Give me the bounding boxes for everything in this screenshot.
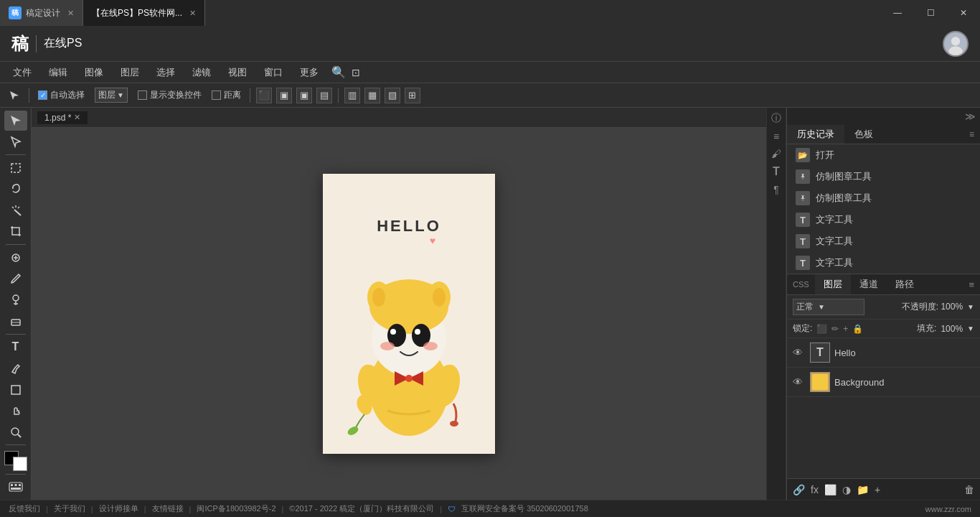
menu-image[interactable]: 图像 bbox=[77, 65, 110, 80]
add-adjustment-icon[interactable]: ◑ bbox=[842, 484, 851, 495]
menu-edit[interactable]: 编辑 bbox=[42, 65, 75, 80]
layers-panel-more[interactable]: ≡ bbox=[963, 276, 980, 293]
tab-layers[interactable]: 图层 bbox=[815, 274, 851, 294]
panel-collapse-bar[interactable]: ≫ bbox=[787, 108, 980, 125]
erase-tool[interactable] bbox=[4, 311, 27, 331]
panel-icon-info[interactable]: ⓘ bbox=[771, 112, 781, 125]
lock-icon-4[interactable]: 🔒 bbox=[852, 324, 863, 334]
keyboard-shortcuts[interactable] bbox=[4, 478, 27, 498]
tab-close-ps[interactable]: ✕ bbox=[189, 9, 196, 18]
tab-channels[interactable]: 通道 bbox=[851, 274, 887, 294]
history-item-stamp1[interactable]: 🖈 仿制图章工具 bbox=[787, 166, 980, 187]
distribute-left-icon[interactable]: ▥ bbox=[344, 88, 360, 103]
blend-mode-select[interactable]: 正常 ▼ bbox=[793, 299, 864, 315]
select-tool[interactable] bbox=[4, 111, 27, 131]
menu-file[interactable]: 文件 bbox=[6, 65, 39, 80]
menu-layer[interactable]: 图层 bbox=[113, 65, 146, 80]
tab-css[interactable]: CSS bbox=[787, 276, 815, 292]
canvas-content[interactable]: HELLO ♥ bbox=[32, 128, 786, 500]
add-mask-icon[interactable]: ⬜ bbox=[824, 484, 837, 495]
status-designer[interactable]: 设计师接单 bbox=[99, 503, 138, 514]
show-transform-toggle[interactable]: 显示变换控件 bbox=[135, 88, 204, 103]
layer-select-control[interactable]: 图层 ▼ bbox=[95, 88, 128, 103]
brush-tool[interactable] bbox=[4, 269, 27, 289]
add-group-icon[interactable]: 📁 bbox=[857, 484, 869, 495]
layer-item-background[interactable]: 👁 Background bbox=[787, 368, 980, 397]
user-avatar[interactable] bbox=[943, 31, 969, 57]
pen-tool[interactable] bbox=[4, 358, 27, 378]
magic-wand-tool[interactable] bbox=[4, 200, 27, 220]
background-color[interactable] bbox=[13, 457, 27, 471]
tab-swatches[interactable]: 色板 bbox=[844, 125, 883, 144]
tab-ps[interactable]: 【在线PS】PS软件网... ✕ bbox=[83, 0, 205, 26]
distance-toggle[interactable]: 距离 bbox=[209, 88, 244, 103]
show-transform-checkbox[interactable] bbox=[138, 90, 147, 100]
toolbox-sep-3 bbox=[6, 334, 26, 335]
status-friends[interactable]: 友情链接 bbox=[152, 503, 184, 514]
add-layer-icon[interactable]: + bbox=[875, 484, 880, 495]
direct-select-tool[interactable] bbox=[4, 132, 27, 152]
crop-tool[interactable] bbox=[4, 221, 27, 241]
lasso-tool[interactable] bbox=[4, 179, 27, 199]
link-layers-icon[interactable]: 🔗 bbox=[793, 484, 805, 495]
align-right-icon[interactable]: ▣ bbox=[296, 88, 312, 103]
history-item-stamp2[interactable]: 🖈 仿制图章工具 bbox=[787, 187, 980, 209]
status-about[interactable]: 关于我们 bbox=[54, 503, 85, 514]
layer-item-hello[interactable]: 👁 T Hello bbox=[787, 338, 980, 368]
auto-select-checkbox[interactable] bbox=[38, 90, 47, 100]
lock-icon-1[interactable]: ⬛ bbox=[816, 324, 827, 334]
tab-history[interactable]: 历史记录 bbox=[787, 125, 844, 144]
menu-more[interactable]: 更多 bbox=[293, 65, 326, 80]
maximize-button[interactable]: ☐ bbox=[914, 0, 947, 26]
tab-gaooding[interactable]: 稿 稿定设计 ✕ bbox=[0, 0, 83, 26]
panel-icon-grid[interactable]: ≡ bbox=[773, 131, 779, 142]
align-left-icon[interactable]: ⬛ bbox=[256, 88, 272, 103]
panel-icon-brush[interactable]: 🖌 bbox=[771, 148, 781, 159]
status-feedback[interactable]: 反馈我们 bbox=[9, 503, 40, 514]
layer-eye-background[interactable]: 👁 bbox=[793, 376, 806, 388]
panel-icon-paragraph[interactable]: ¶ bbox=[773, 184, 779, 195]
menu-view[interactable]: 视图 bbox=[221, 65, 254, 80]
distribute-right-icon[interactable]: ▧ bbox=[385, 88, 400, 103]
menu-window[interactable]: 窗口 bbox=[257, 65, 290, 80]
heal-tool[interactable] bbox=[4, 248, 27, 268]
delete-layer-icon[interactable]: 🗑 bbox=[964, 484, 974, 495]
tab-paths[interactable]: 路径 bbox=[887, 274, 923, 294]
history-item-text3[interactable]: T 文字工具 bbox=[787, 252, 980, 274]
distribute-auto-icon[interactable]: ⊞ bbox=[405, 88, 420, 103]
layer-eye-hello[interactable]: 👁 bbox=[793, 347, 806, 358]
history-panel-more[interactable]: ≡ bbox=[963, 126, 980, 142]
zoom-tool[interactable] bbox=[4, 422, 27, 442]
marquee-tool[interactable] bbox=[4, 158, 27, 178]
history-item-open[interactable]: 📂 打开 bbox=[787, 144, 980, 166]
menu-filter[interactable]: 滤镜 bbox=[185, 65, 218, 80]
align-center-icon[interactable]: ▣ bbox=[276, 88, 292, 103]
hand-tool[interactable] bbox=[4, 401, 27, 421]
search-icon[interactable]: 🔍 bbox=[331, 65, 346, 79]
minimize-button[interactable]: — bbox=[881, 0, 914, 26]
lock-icon-2[interactable]: ✏ bbox=[831, 324, 839, 334]
clone-stamp-tool[interactable] bbox=[4, 290, 27, 310]
text-tool[interactable]: T bbox=[4, 337, 27, 358]
close-button[interactable]: ✕ bbox=[947, 0, 980, 26]
expand-icon[interactable]: ⊡ bbox=[352, 67, 360, 78]
distance-checkbox[interactable] bbox=[212, 90, 221, 100]
canvas-tab-close[interactable]: ✕ bbox=[74, 113, 80, 122]
color-swatches[interactable] bbox=[4, 451, 27, 471]
lock-icon-3[interactable]: + bbox=[843, 324, 848, 334]
distribute-center-icon[interactable]: ▦ bbox=[364, 88, 380, 103]
add-style-icon[interactable]: fx bbox=[811, 484, 819, 495]
menu-select[interactable]: 选择 bbox=[149, 65, 182, 80]
canvas-tab[interactable]: 1.psd * ✕ bbox=[37, 111, 88, 124]
align-top-icon[interactable]: ▤ bbox=[316, 88, 332, 103]
shape-tool[interactable] bbox=[4, 380, 27, 400]
panel-icon-text[interactable]: T bbox=[773, 165, 780, 178]
layer-select-dropdown[interactable]: 图层 ▼ bbox=[92, 86, 131, 104]
history-icon-text1: T bbox=[796, 213, 810, 227]
move-tool-icon[interactable] bbox=[6, 88, 23, 103]
history-item-text2[interactable]: T 文字工具 bbox=[787, 230, 980, 252]
tab-close-gaooding[interactable]: ✕ bbox=[67, 9, 74, 18]
history-item-text1[interactable]: T 文字工具 bbox=[787, 209, 980, 230]
auto-select-toggle[interactable]: 自动选择 bbox=[35, 88, 88, 103]
canvas-document[interactable]: HELLO ♥ bbox=[323, 174, 495, 454]
